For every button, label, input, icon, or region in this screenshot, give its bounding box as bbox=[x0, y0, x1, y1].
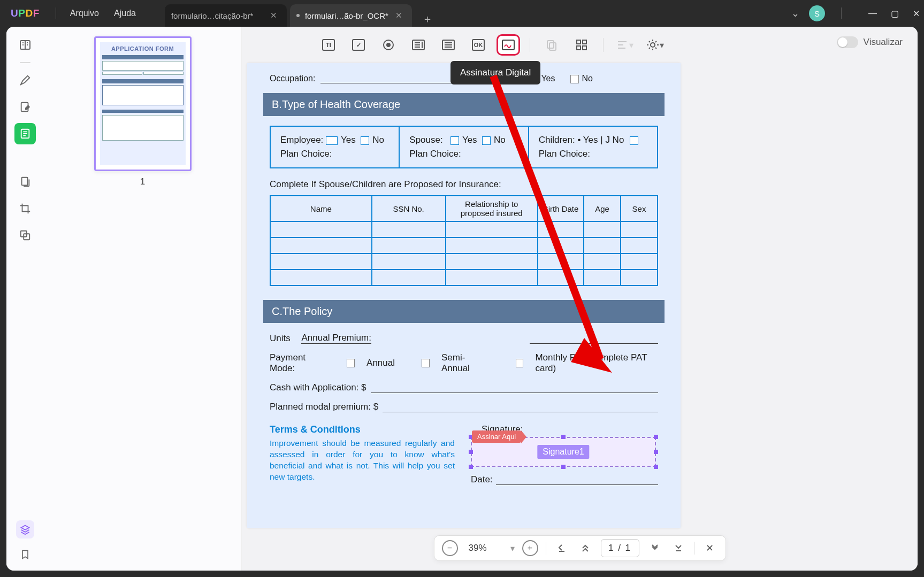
section-b-header: B.Type of Health Coverage bbox=[263, 93, 665, 116]
toggle-track[interactable] bbox=[837, 36, 858, 48]
checkbox[interactable] bbox=[347, 359, 355, 367]
crop-tool-icon[interactable] bbox=[14, 198, 36, 219]
menu-file[interactable]: Arquivo bbox=[63, 5, 106, 21]
form-tool-icon[interactable] bbox=[14, 123, 36, 144]
svg-rect-10 bbox=[502, 40, 514, 50]
complete-if-label: Complete If Spouse/Children are Proposed… bbox=[270, 179, 658, 190]
form-toolbar: TI ✓ OK ▾ ▾ bbox=[317, 32, 667, 58]
minimize-icon[interactable]: — bbox=[868, 9, 877, 19]
svg-point-7 bbox=[386, 43, 391, 47]
bookmark-icon[interactable] bbox=[20, 548, 30, 561]
svg-rect-14 bbox=[583, 40, 586, 44]
new-tab-button[interactable]: ＋ bbox=[419, 11, 436, 27]
checkbox[interactable] bbox=[326, 136, 338, 145]
occupation-label: Occupation: bbox=[270, 74, 315, 83]
compare-tool-icon[interactable] bbox=[14, 225, 36, 246]
signature-field[interactable]: Assinar Aqui Signature1 bbox=[471, 437, 656, 467]
last-page-icon[interactable] bbox=[670, 540, 686, 556]
table-row bbox=[270, 253, 658, 270]
thumbnail-panel: APPLICATION FORM 1 bbox=[44, 27, 242, 571]
prev-page-icon[interactable] bbox=[577, 540, 593, 556]
dependents-table: Name SSN No. Relationship to proposed in… bbox=[270, 195, 658, 286]
left-toolbar bbox=[6, 27, 44, 571]
separator bbox=[841, 7, 842, 19]
signature-field-name: Signature1 bbox=[537, 445, 589, 459]
tab-active[interactable]: formulari…ão-br_OCR* ✕ bbox=[290, 4, 412, 27]
modified-dot-icon bbox=[296, 14, 300, 17]
sign-here-tag[interactable]: Assinar Aqui bbox=[472, 430, 521, 443]
close-icon[interactable]: ✕ bbox=[392, 10, 406, 21]
svg-rect-16 bbox=[583, 46, 586, 50]
user-avatar[interactable]: S bbox=[809, 5, 825, 21]
edit-tool-icon[interactable] bbox=[14, 96, 36, 118]
zoom-out-icon[interactable]: − bbox=[442, 540, 458, 556]
section-c-header: C.The Policy bbox=[263, 300, 665, 323]
next-page-icon[interactable] bbox=[647, 540, 663, 556]
svg-rect-15 bbox=[577, 46, 581, 50]
close-window-icon[interactable]: ✕ bbox=[913, 9, 920, 19]
reader-mode-icon[interactable] bbox=[14, 34, 36, 56]
maximize-icon[interactable]: ▢ bbox=[891, 9, 899, 19]
comment-tool-icon[interactable] bbox=[14, 70, 36, 91]
checkbox[interactable] bbox=[482, 136, 491, 145]
document-page[interactable]: Occupation: Yes No B.Type of Health Cove… bbox=[247, 63, 681, 528]
table-row bbox=[270, 270, 658, 286]
listbox-tool-icon[interactable] bbox=[437, 34, 460, 56]
grid-tool-icon[interactable] bbox=[570, 34, 593, 56]
menu-help[interactable]: Ajuda bbox=[106, 5, 143, 21]
titlebar: UPDF Arquivo Ajuda formulario…citação-br… bbox=[0, 0, 924, 27]
underline bbox=[320, 83, 460, 83]
duplicate-tool-icon[interactable] bbox=[540, 34, 563, 56]
button-tool-icon[interactable]: OK bbox=[467, 34, 490, 56]
signature-tool-icon[interactable] bbox=[497, 34, 520, 56]
align-tool-icon[interactable]: ▾ bbox=[613, 34, 637, 56]
layers-icon[interactable] bbox=[16, 520, 34, 538]
thumbnail-page-number: 1 bbox=[140, 176, 145, 187]
page-indicator[interactable]: 1 / 1 bbox=[601, 539, 639, 557]
close-icon[interactable]: ✕ bbox=[267, 10, 280, 21]
zoom-value[interactable]: 39% bbox=[465, 543, 503, 553]
close-bar-icon[interactable]: ✕ bbox=[702, 540, 718, 556]
thumb-title: APPLICATION FORM bbox=[100, 45, 186, 52]
checkbox[interactable] bbox=[516, 359, 524, 367]
radio-tool-icon[interactable] bbox=[377, 34, 400, 56]
table-row bbox=[270, 221, 658, 237]
separator bbox=[56, 7, 56, 19]
page-thumbnail[interactable]: APPLICATION FORM bbox=[94, 36, 192, 171]
document-view: TI ✓ OK ▾ ▾ Assinatura Digital Visualiza… bbox=[242, 27, 918, 571]
zoom-in-icon[interactable]: + bbox=[522, 540, 538, 556]
settings-tool-icon[interactable]: ▾ bbox=[643, 34, 667, 56]
checkbox[interactable] bbox=[450, 136, 459, 145]
checkbox[interactable] bbox=[570, 75, 579, 83]
first-page-icon[interactable] bbox=[554, 540, 570, 556]
tab-label: formulari…ão-br_OCR* bbox=[305, 11, 388, 20]
terms-body: Improvement should be measured regularly… bbox=[270, 437, 455, 482]
svg-rect-11 bbox=[547, 41, 554, 48]
svg-rect-12 bbox=[549, 43, 556, 50]
terms-title: Terms & Conditions bbox=[270, 424, 455, 435]
tab-inactive[interactable]: formulario…citação-br* ✕ bbox=[165, 4, 287, 27]
dropdown-caret-icon[interactable]: ▾ bbox=[510, 543, 515, 553]
bottom-controls: − 39% ▾ + 1 / 1 ✕ bbox=[434, 535, 726, 561]
textfield-tool-icon[interactable]: TI bbox=[317, 34, 340, 56]
coverage-box: Employee: Yes No Plan Choice: Spouse: Ye… bbox=[270, 126, 658, 168]
preview-toggle[interactable]: Visualizar bbox=[837, 36, 903, 48]
checkbox[interactable] bbox=[630, 136, 638, 145]
app-frame: APPLICATION FORM 1 TI ✓ OK bbox=[6, 27, 918, 571]
checkbox[interactable] bbox=[361, 136, 369, 145]
tab-label: formulario…citação-br* bbox=[171, 11, 253, 20]
separator bbox=[530, 38, 530, 52]
signature-tooltip: Assinatura Digital bbox=[450, 61, 540, 84]
chevron-down-icon[interactable]: ⌄ bbox=[791, 7, 799, 19]
tabs: formulario…citação-br* ✕ formulari…ão-br… bbox=[165, 0, 436, 27]
checkbox-tool-icon[interactable]: ✓ bbox=[347, 34, 370, 56]
app-logo: UPDF bbox=[11, 7, 40, 19]
titlebar-right: ⌄ S — ▢ ✕ bbox=[791, 5, 920, 21]
dropdown-tool-icon[interactable] bbox=[407, 34, 430, 56]
separator bbox=[603, 38, 604, 52]
separator bbox=[20, 62, 30, 63]
underline bbox=[530, 343, 658, 344]
table-row bbox=[270, 237, 658, 253]
organize-pages-icon[interactable] bbox=[14, 171, 36, 193]
checkbox[interactable] bbox=[422, 359, 430, 367]
